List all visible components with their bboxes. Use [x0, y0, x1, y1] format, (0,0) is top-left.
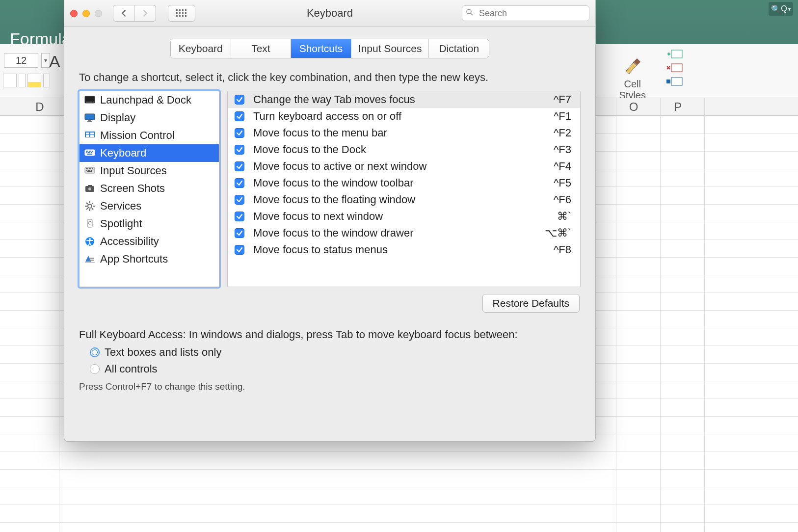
search-input[interactable]: [462, 5, 589, 21]
svg-rect-27: [87, 154, 92, 155]
svg-rect-18: [86, 151, 87, 152]
font-size-control[interactable]: 12 ▾: [4, 53, 50, 68]
category-services[interactable]: Services: [80, 197, 219, 215]
shortcut-row[interactable]: Move focus to the window toolbar^F5: [228, 175, 580, 191]
svg-point-42: [88, 204, 92, 208]
column-header-p[interactable]: P: [661, 100, 695, 114]
svg-line-50: [86, 208, 88, 210]
excel-search-button[interactable]: 🔍 Q ▾: [769, 2, 793, 16]
shortcut-row[interactable]: Change the way Tab moves focus^F7: [228, 91, 580, 108]
tab-shortcuts[interactable]: Shortcuts: [291, 39, 351, 58]
tab-keyboard[interactable]: Keyboard: [171, 39, 231, 58]
category-screen-shots[interactable]: Screen Shots: [80, 180, 219, 197]
shortcut-row[interactable]: Move focus to the window drawer⌥⌘`: [228, 225, 580, 241]
shortcut-row[interactable]: Move focus to the menu bar^F2: [228, 125, 580, 141]
svg-line-48: [92, 208, 93, 210]
svg-rect-41: [88, 185, 92, 186]
shortcut-key[interactable]: ^F6: [554, 193, 571, 206]
pane-resize-handle[interactable]: [227, 180, 229, 189]
search-icon: 🔍: [771, 4, 781, 14]
chevron-down-icon[interactable]: [43, 74, 50, 87]
delete-row-icon[interactable]: [665, 63, 685, 74]
shortcut-key[interactable]: ^F2: [554, 127, 571, 139]
shortcut-row[interactable]: Move focus to active or next window^F4: [228, 158, 580, 175]
category-label: Accessibility: [100, 235, 159, 248]
column-header-d[interactable]: D: [18, 100, 62, 114]
tab-text[interactable]: Text: [231, 39, 292, 58]
show-all-button[interactable]: [168, 5, 195, 22]
shortcut-label: Turn keyboard access on or off: [253, 110, 545, 123]
category-app-shortcuts[interactable]: App Shortcuts: [80, 250, 219, 268]
tab-dictation[interactable]: Dictation: [429, 39, 489, 58]
brush-icon: [623, 56, 642, 76]
back-button[interactable]: [113, 5, 134, 22]
radio-label: All controls: [105, 363, 158, 375]
shortcut-key[interactable]: ⌥⌘`: [545, 227, 571, 239]
zoom-window-button[interactable]: [95, 10, 102, 17]
prefs-body: KeyboardTextShortcutsInput SourcesDictat…: [64, 27, 595, 441]
restore-defaults-button[interactable]: Restore Defaults: [482, 294, 580, 313]
category-label: Launchpad & Dock: [100, 94, 191, 106]
shortcut-label: Move focus to active or next window: [253, 160, 545, 173]
shortcut-list[interactable]: Change the way Tab moves focus^F7Turn ke…: [227, 91, 581, 287]
format-icon[interactable]: [665, 77, 685, 87]
svg-rect-8: [86, 102, 94, 103]
shortcut-checkbox[interactable]: [235, 195, 244, 205]
category-display[interactable]: Display: [80, 109, 219, 127]
shortcut-checkbox[interactable]: [235, 245, 244, 255]
close-window-button[interactable]: [70, 10, 78, 17]
category-label: Keyboard: [100, 147, 146, 160]
svg-point-40: [88, 187, 91, 190]
category-spotlight[interactable]: Spotlight: [80, 215, 219, 233]
svg-rect-9: [85, 114, 95, 120]
spotlight-icon: [84, 219, 95, 229]
column-header-o[interactable]: O: [616, 100, 651, 114]
shortcut-checkbox[interactable]: [235, 128, 244, 138]
shortcut-key[interactable]: ⌘`: [557, 210, 571, 223]
shortcut-checkbox[interactable]: [235, 212, 244, 221]
shortcut-checkbox[interactable]: [235, 111, 244, 121]
shortcut-row[interactable]: Move focus to the Dock^F3: [228, 141, 580, 158]
fka-radio-all-controls[interactable]: All controls: [90, 363, 581, 375]
fka-radio-text-boxes-and-lists-only[interactable]: Text boxes and lists only: [90, 346, 581, 359]
category-accessibility[interactable]: Accessibility: [80, 233, 219, 250]
category-input-sources[interactable]: Input Sources: [80, 162, 219, 180]
shortcut-key[interactable]: ^F1: [554, 110, 571, 123]
shortcut-key[interactable]: ^F5: [554, 177, 571, 189]
minimize-window-button[interactable]: [82, 10, 90, 17]
shortcut-checkbox[interactable]: [235, 178, 244, 188]
shortcut-row[interactable]: Turn keyboard access on or off^F1: [228, 108, 580, 125]
chevron-down-icon[interactable]: [19, 74, 26, 87]
shortcut-checkbox[interactable]: [235, 161, 244, 171]
column-separator: [616, 98, 616, 532]
insert-row-icon[interactable]: [665, 49, 685, 60]
shortcut-row[interactable]: Move focus to the floating window^F6: [228, 191, 580, 208]
category-mission-control[interactable]: Mission Control: [80, 127, 219, 144]
fill-color-button[interactable]: [27, 74, 41, 87]
category-list[interactable]: Launchpad & DockDisplayMission ControlKe…: [79, 91, 219, 287]
category-launchpad-dock[interactable]: Launchpad & Dock: [80, 91, 219, 109]
shortcut-row[interactable]: Move focus to next window⌘`: [228, 208, 580, 225]
cell-styles-button[interactable]: Cell Styles: [619, 56, 646, 101]
shortcut-key[interactable]: ^F7: [554, 93, 571, 106]
shortcut-checkbox[interactable]: [235, 228, 244, 238]
shortcut-key[interactable]: ^F8: [554, 243, 571, 256]
border-button[interactable]: [3, 74, 17, 87]
svg-line-47: [86, 203, 88, 204]
font-color-button[interactable]: A: [49, 52, 60, 71]
grid-icon: [176, 9, 187, 17]
chevron-left-icon: [120, 10, 127, 17]
shortcut-label: Move focus to the window toolbar: [253, 177, 545, 189]
shortcut-checkbox[interactable]: [235, 95, 244, 105]
svg-rect-16: [90, 135, 94, 137]
shortcut-checkbox[interactable]: [235, 145, 244, 155]
shortcut-row[interactable]: Move focus to status menus^F8: [228, 241, 580, 258]
font-size-value[interactable]: 12: [4, 53, 38, 68]
svg-rect-35: [88, 170, 89, 171]
shortcut-key[interactable]: ^F3: [554, 143, 571, 156]
svg-rect-1: [671, 50, 682, 58]
shortcut-key[interactable]: ^F4: [554, 160, 571, 173]
tab-input-sources[interactable]: Input Sources: [351, 39, 429, 58]
category-keyboard[interactable]: Keyboard: [80, 144, 219, 162]
forward-button[interactable]: [134, 5, 156, 22]
